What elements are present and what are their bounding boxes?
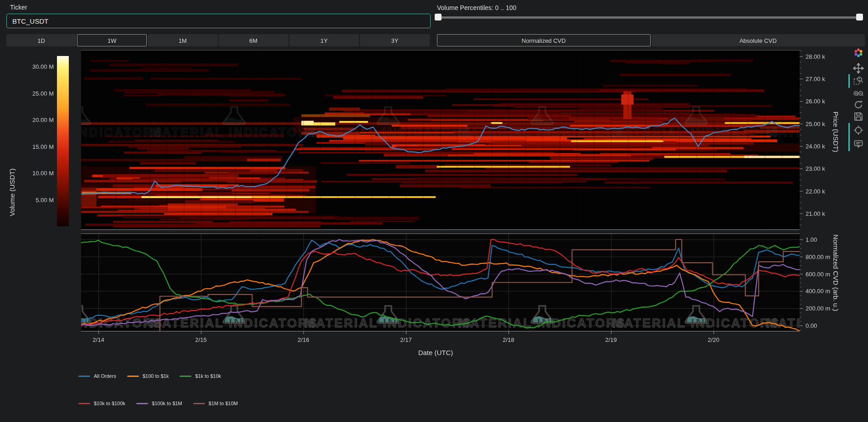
zoom-in-out-icon[interactable] xyxy=(853,88,864,99)
date-tick-label: 2/18 xyxy=(503,336,514,343)
volume-tick-label: 20.00 M xyxy=(32,117,54,123)
tab-1m[interactable]: 1M xyxy=(148,34,217,46)
ticker-input[interactable] xyxy=(6,14,431,28)
slider-track[interactable] xyxy=(435,16,863,19)
price-tick-label: 23.00 k xyxy=(806,165,825,172)
slider-handle-high[interactable] xyxy=(856,14,863,20)
date-tick-label: 2/14 xyxy=(92,336,104,343)
date-tick-label: 2/16 xyxy=(298,336,309,343)
slider-handle-low[interactable] xyxy=(435,14,442,20)
cvd-tick-label: 200.00 m xyxy=(806,305,830,312)
legend-swatch xyxy=(193,403,205,404)
cvd-tick-label: 400.00 m xyxy=(806,288,830,295)
price-tick-label: 22.00 k xyxy=(806,188,825,194)
cvd-tick-label: 1.00 xyxy=(806,236,817,243)
tab-3y[interactable]: 3Y xyxy=(360,34,430,46)
pan-icon[interactable] xyxy=(853,63,864,74)
timeframe-button-group: 1D1W1M6M1Y3Y xyxy=(6,34,430,46)
tab-normalized-cvd[interactable]: Normalized CVD xyxy=(437,34,651,46)
legend-swatch xyxy=(78,403,90,404)
firecharts-app: Ticker Volume Percentiles: 0 .. 100 1D1W… xyxy=(0,0,868,422)
legend-row-1: All Orders$100 to $1k$1k to $10k xyxy=(78,373,221,379)
active-indicator-bar xyxy=(848,74,850,88)
cvd-tick-label: 600.00 m xyxy=(806,270,830,277)
price-tick-label: 26.00 k xyxy=(806,98,825,105)
volume-tick-label: 10.00 M xyxy=(32,170,54,177)
legend-swatch xyxy=(180,376,191,377)
volume-tick-label: 5.00 M xyxy=(36,196,54,203)
charts-canvas[interactable] xyxy=(0,0,868,422)
legend-item--10k-to-100k[interactable]: $10k to $100k xyxy=(78,401,125,406)
legend-swatch xyxy=(127,376,139,377)
volume-tick-label: 30.00 M xyxy=(32,63,54,70)
cvd-tick-label: 0.00 xyxy=(806,322,817,329)
active-indicator-bar xyxy=(848,123,850,151)
volume-axis-title: Volume (USDT) xyxy=(8,168,16,216)
volume-colorbar xyxy=(57,56,69,226)
legend-row-2: $10k to $100k$100k to $1M$1M to $10M xyxy=(78,401,238,406)
legend-item--1m-to-10m[interactable]: $1M to $10M xyxy=(193,401,238,406)
legend-label: All Orders xyxy=(94,373,116,379)
legend-label: $100 to $1k xyxy=(143,373,169,379)
x-axis-title: Date (UTC) xyxy=(418,349,453,356)
save-icon[interactable] xyxy=(853,111,864,122)
legend-label: $1k to $10k xyxy=(195,373,221,379)
volume-percentiles-label: Volume Percentiles: 0 .. 100 xyxy=(437,4,516,11)
tab-6m[interactable]: 6M xyxy=(219,34,288,46)
volume-tick-label: 15.00 M xyxy=(32,143,54,150)
tab-1w[interactable]: 1W xyxy=(77,34,147,46)
legend-item-all-orders[interactable]: All Orders xyxy=(78,373,116,379)
legend-item--100k-to-1m[interactable]: $100k to $1M xyxy=(136,401,182,406)
box-zoom-icon[interactable] xyxy=(853,76,864,86)
date-tick-label: 2/15 xyxy=(195,336,206,343)
legend-item--100-to-1k[interactable]: $100 to $1k xyxy=(127,373,169,379)
plotly-logo[interactable] xyxy=(853,47,864,58)
volume-percentiles-slider[interactable] xyxy=(435,14,863,21)
cvd-tick-label: 800.00 m xyxy=(806,253,830,260)
ticker-label: Ticker xyxy=(10,4,27,11)
price-tick-label: 21.00 k xyxy=(806,210,825,217)
cvd-mode-button-group: Normalized CVDAbsolute CVD xyxy=(437,34,865,46)
date-tick-label: 2/20 xyxy=(708,336,719,343)
tab-1y[interactable]: 1Y xyxy=(289,34,359,46)
price-tick-label: 24.00 k xyxy=(806,143,825,150)
tooltip-icon[interactable] xyxy=(853,138,864,149)
autoscale-icon[interactable] xyxy=(853,99,864,110)
legend-swatch xyxy=(78,376,90,377)
tab-1d[interactable]: 1D xyxy=(6,34,76,46)
tab-absolute-cvd[interactable]: Absolute CVD xyxy=(652,34,865,46)
date-tick-label: 2/17 xyxy=(400,336,411,343)
cvd-axis-title: Normalized CVD (arb. u.) xyxy=(832,234,840,311)
price-tick-label: 25.00 k xyxy=(806,120,825,127)
crosshair-icon[interactable] xyxy=(853,125,864,136)
legend-label: $10k to $100k xyxy=(94,401,125,406)
price-axis-title: Price (USDT) xyxy=(832,112,840,152)
price-tick-label: 27.00 k xyxy=(806,76,825,82)
volume-tick-label: 25.00 M xyxy=(32,90,54,97)
legend-item--1k-to-10k[interactable]: $1k to $10k xyxy=(180,373,221,379)
legend-label: $100k to $1M xyxy=(152,401,182,406)
legend-label: $1M to $10M xyxy=(209,401,238,406)
legend-swatch xyxy=(136,403,148,404)
price-tick-label: 28.00 k xyxy=(806,53,825,60)
date-tick-label: 2/19 xyxy=(605,336,616,343)
